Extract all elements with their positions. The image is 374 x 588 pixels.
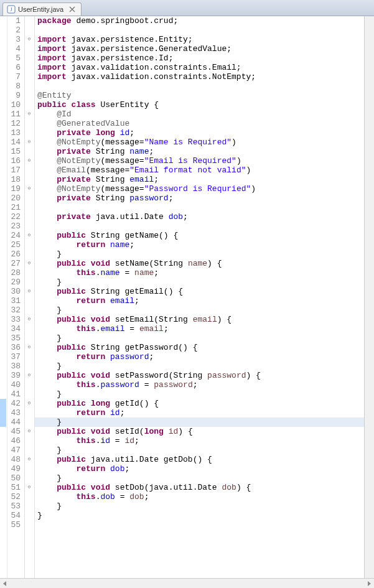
- code-line[interactable]: }: [35, 502, 364, 511]
- code-line[interactable]: @GeneratedValue: [35, 119, 364, 128]
- code-line[interactable]: public long getId() {: [35, 399, 364, 408]
- line-number: 47: [7, 446, 21, 455]
- code-line[interactable]: import javax.persistence.Entity;: [35, 35, 364, 44]
- scroll-right-icon[interactable]: [364, 579, 374, 589]
- code-line[interactable]: return id;: [35, 408, 364, 418]
- line-number: 27: [7, 259, 21, 268]
- line-number: 19: [7, 184, 21, 194]
- code-line[interactable]: import javax.validation.constraints.Emai…: [35, 63, 364, 72]
- code-line[interactable]: public void setEmail(String email) {: [35, 315, 364, 324]
- code-line[interactable]: package demo.springboot.crud;: [35, 16, 364, 26]
- fold-marker-icon[interactable]: ⊖: [26, 288, 32, 294]
- code-line[interactable]: [35, 26, 364, 35]
- code-line[interactable]: private long id;: [35, 128, 364, 138]
- code-line[interactable]: public void setPassword(String password)…: [35, 371, 364, 380]
- editor-tab[interactable]: J UserEntity.java: [2, 2, 82, 16]
- code-line[interactable]: @Email(message="Email format not valid"): [35, 166, 364, 175]
- code-line[interactable]: @Entity: [35, 91, 364, 100]
- line-number: 28: [7, 268, 21, 278]
- code-line[interactable]: return dob;: [35, 464, 364, 474]
- line-number: 43: [7, 408, 21, 418]
- code-line[interactable]: public java.util.Date getDob() {: [35, 455, 364, 464]
- code-line[interactable]: this.name = name;: [35, 268, 364, 278]
- line-number: 9: [7, 91, 21, 100]
- line-number: 24: [7, 231, 21, 240]
- code-line[interactable]: this.dob = dob;: [35, 492, 364, 502]
- line-number: 32: [7, 306, 21, 315]
- vertical-scrollbar[interactable]: [364, 16, 374, 578]
- code-line[interactable]: public void setDob(java.util.Date dob) {: [35, 483, 364, 492]
- code-line[interactable]: }: [35, 446, 364, 455]
- code-line[interactable]: }: [35, 334, 364, 343]
- line-number: 1: [7, 16, 21, 26]
- code-editor[interactable]: 1234567891011121314151617181920212223242…: [0, 16, 374, 578]
- code-line[interactable]: }: [35, 418, 364, 427]
- line-number: 14: [7, 138, 21, 147]
- code-line[interactable]: private String password;: [35, 194, 364, 203]
- code-line[interactable]: return name;: [35, 240, 364, 250]
- code-line[interactable]: public String getName() {: [35, 231, 364, 240]
- line-number: 4: [7, 44, 21, 54]
- fold-marker-icon[interactable]: ⊖: [26, 185, 32, 192]
- code-line[interactable]: @NotEmpty(message="Password is Requried"…: [35, 184, 364, 194]
- code-line[interactable]: }: [35, 390, 364, 399]
- fold-marker-icon[interactable]: ⊖: [26, 456, 32, 462]
- code-line[interactable]: this.id = id;: [35, 436, 364, 446]
- code-line[interactable]: }: [35, 474, 364, 483]
- svg-text:J: J: [10, 6, 12, 12]
- line-number: 7: [7, 72, 21, 82]
- line-number: 30: [7, 287, 21, 296]
- code-line[interactable]: [35, 520, 364, 530]
- code-line[interactable]: private java.util.Date dob;: [35, 212, 364, 222]
- fold-marker-icon[interactable]: ⊖: [26, 484, 32, 490]
- line-number: 26: [7, 250, 21, 259]
- line-number: 39: [7, 371, 21, 380]
- fold-marker-icon[interactable]: ⊖: [26, 316, 32, 322]
- scroll-left-icon[interactable]: [0, 579, 10, 589]
- fold-marker-icon[interactable]: ⊖: [26, 157, 32, 164]
- code-line[interactable]: public String getEmail() {: [35, 287, 364, 296]
- code-line[interactable]: private String name;: [35, 147, 364, 156]
- code-line[interactable]: return password;: [35, 352, 364, 362]
- code-line[interactable]: }: [35, 511, 364, 520]
- code-line[interactable]: }: [35, 250, 364, 259]
- code-line[interactable]: public void setId(long id) {: [35, 427, 364, 436]
- code-area[interactable]: package demo.springboot.crud;import java…: [35, 16, 364, 578]
- line-number: 20: [7, 194, 21, 203]
- fold-marker-icon[interactable]: ⊖: [26, 232, 32, 238]
- close-icon[interactable]: [68, 6, 76, 13]
- fold-marker-icon[interactable]: ⊖: [26, 344, 32, 350]
- code-line[interactable]: [35, 222, 364, 231]
- fold-marker-icon[interactable]: ⊖: [26, 36, 32, 42]
- code-line[interactable]: public class UserEntity {: [35, 100, 364, 110]
- code-line[interactable]: private String email;: [35, 175, 364, 184]
- code-line[interactable]: this.email = email;: [35, 324, 364, 334]
- code-line[interactable]: public String getPassword() {: [35, 343, 364, 352]
- fold-marker-icon[interactable]: ⊖: [26, 428, 32, 434]
- line-number: 33: [7, 315, 21, 324]
- fold-marker-icon[interactable]: ⊖: [26, 111, 32, 117]
- line-number: 23: [7, 222, 21, 231]
- code-line[interactable]: import javax.persistence.Id;: [35, 54, 364, 63]
- code-line[interactable]: }: [35, 278, 364, 287]
- line-number: 54: [7, 511, 21, 520]
- fold-marker-icon[interactable]: ⊖: [26, 139, 32, 145]
- code-line[interactable]: this.password = password;: [35, 380, 364, 390]
- code-line[interactable]: [35, 82, 364, 91]
- code-line[interactable]: @Id: [35, 110, 364, 119]
- code-line[interactable]: }: [35, 362, 364, 371]
- code-line[interactable]: @NotEmpty(message="Email is Required"): [35, 156, 364, 166]
- code-line[interactable]: public void setName(String name) {: [35, 259, 364, 268]
- code-line[interactable]: return email;: [35, 296, 364, 306]
- code-line[interactable]: @NotEmpty(message="Name is Required"): [35, 138, 364, 147]
- fold-marker-icon[interactable]: ⊖: [26, 400, 32, 406]
- fold-marker-icon[interactable]: ⊖: [26, 372, 32, 378]
- line-number-gutter: 1234567891011121314151617181920212223242…: [7, 16, 25, 578]
- line-number: 34: [7, 324, 21, 334]
- code-line[interactable]: [35, 203, 364, 212]
- fold-marker-icon[interactable]: ⊖: [26, 260, 32, 266]
- code-line[interactable]: }: [35, 306, 364, 315]
- code-line[interactable]: import javax.persistence.GeneratedValue;: [35, 44, 364, 54]
- horizontal-scrollbar[interactable]: [0, 578, 374, 588]
- code-line[interactable]: import javax.validation.constraints.NotE…: [35, 72, 364, 82]
